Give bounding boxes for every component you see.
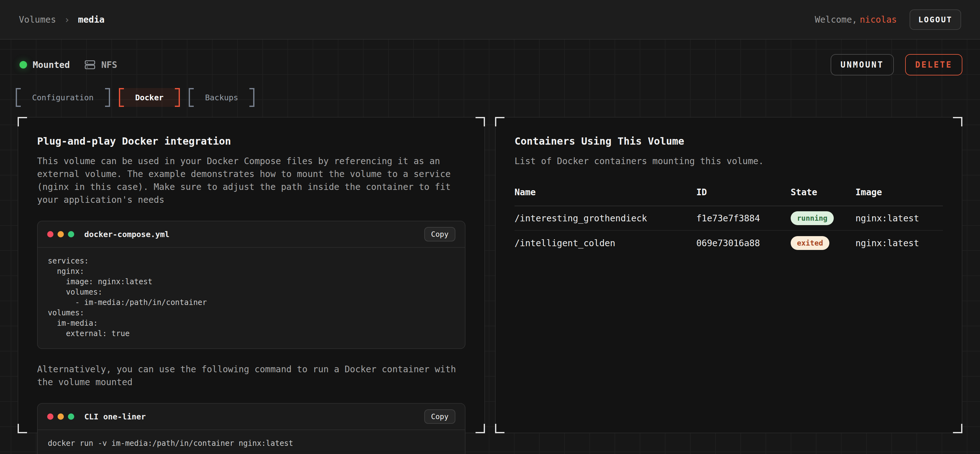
welcome-prefix: Welcome, [815,14,858,25]
cli-intro-text: Alternatively, you can use the following… [37,363,466,389]
copy-compose-button[interactable]: Copy [424,227,455,241]
tab-docker-label: Docker [124,88,175,107]
tab-bracket-right [105,88,110,107]
tab-bracket-right [175,88,180,107]
breadcrumb: Volumes › media [19,14,104,25]
tab-backups-label: Backups [194,88,250,107]
compose-code-body: services: nginx: image: nginx:latest vol… [38,247,465,348]
corner-decoration [476,117,485,126]
corner-decoration [495,117,504,126]
cli-code: docker run -v im-media:/path/in/containe… [48,438,455,449]
docker-panel-title: Plug-and-play Docker integration [37,135,466,147]
containers-table-header: Name ID State Image [514,187,943,206]
corner-decoration [953,424,963,433]
main-content: Mounted NFS UNMOUNT DELETE [0,40,980,454]
traffic-light-green-icon [68,231,74,237]
corner-decoration [953,117,963,126]
corner-decoration [18,117,27,126]
traffic-light-green-icon [68,413,74,420]
compose-code: services: nginx: image: nginx:latest vol… [48,256,455,339]
compose-card-header: docker-compose.yml Copy [38,221,465,247]
traffic-light-icons [47,231,74,237]
status-badge: running [791,211,834,225]
breadcrumb-volumes-link[interactable]: Volumes [19,14,56,25]
column-header-state: State [791,187,856,197]
docker-panel-description: This volume can be used in your Docker C… [37,155,466,206]
unmount-button[interactable]: UNMOUNT [830,54,894,75]
traffic-light-red-icon [47,231,54,237]
cli-code-card: CLI one-liner Copy docker run -v im-medi… [37,403,466,454]
volume-actions: UNMOUNT DELETE [830,54,963,75]
traffic-light-red-icon [47,413,54,420]
column-header-image: Image [856,187,943,197]
containers-panel: Containers Using This Volume List of Doc… [495,117,963,433]
delete-button[interactable]: DELETE [905,54,963,75]
topbar-right: Welcome,nicolas LOGOUT [815,10,961,30]
tab-docker[interactable]: Docker [119,88,180,107]
topbar: Volumes › media Welcome,nicolas LOGOUT [0,0,980,40]
corner-decoration [476,424,485,433]
app-window: Volumes › media Welcome,nicolas LOGOUT M… [0,0,980,454]
containers-table: Name ID State Image /interesting_grothen… [514,187,943,255]
tab-bracket-left [16,88,21,107]
table-row: /intelligent_colden 069e73016a88 exited … [514,231,943,255]
tab-bracket-left [189,88,194,107]
breadcrumb-current-volume: media [78,14,104,25]
copy-cli-button[interactable]: Copy [424,410,455,424]
docker-integration-panel: Plug-and-play Docker integration This vo… [18,117,485,433]
container-name: /intelligent_colden [514,238,696,248]
breadcrumb-chevron-icon: › [64,14,70,25]
status-badge: exited [791,236,829,250]
corner-decoration [18,424,27,433]
container-name: /interesting_grothendieck [514,213,696,224]
containers-panel-title: Containers Using This Volume [514,135,943,147]
traffic-light-yellow-icon [57,231,64,237]
traffic-light-yellow-icon [57,413,64,420]
traffic-light-icons [47,413,74,420]
container-image: nginx:latest [856,213,943,224]
volume-type-label: NFS [101,60,117,70]
container-image: nginx:latest [856,238,943,248]
logout-button[interactable]: LOGOUT [910,10,961,30]
container-id: f1e73e7f3884 [696,213,791,224]
column-header-name: Name [514,187,696,197]
username: nicolas [860,14,897,25]
mount-status-label: Mounted [33,60,70,70]
tab-bracket-left [119,88,124,107]
column-header-id: ID [696,187,791,197]
corner-decoration [495,424,504,433]
compose-code-card: docker-compose.yml Copy services: nginx:… [37,221,466,349]
mounted-status-dot [19,61,27,68]
volume-status-group: Mounted NFS [18,59,117,70]
volume-toolbar: Mounted NFS UNMOUNT DELETE [0,54,980,75]
tab-bracket-right [250,88,255,107]
compose-filename: docker-compose.yml [84,230,170,239]
tab-configuration-label: Configuration [21,88,105,107]
tab-bar: Configuration Docker Backups [0,88,980,107]
cli-title: CLI one-liner [84,412,146,421]
server-icon [84,59,95,70]
panels-container: Plug-and-play Docker integration This vo… [0,117,980,433]
tab-backups[interactable]: Backups [189,88,255,107]
cli-code-body: docker run -v im-media:/path/in/containe… [38,430,465,454]
cli-card-header: CLI one-liner Copy [38,404,465,430]
table-row: /interesting_grothendieck f1e73e7f3884 r… [514,206,943,231]
containers-panel-subtitle: List of Docker containers mounting this … [514,155,943,168]
welcome-text: Welcome,nicolas [815,14,897,25]
container-id: 069e73016a88 [696,238,791,248]
tab-configuration[interactable]: Configuration [16,88,110,107]
